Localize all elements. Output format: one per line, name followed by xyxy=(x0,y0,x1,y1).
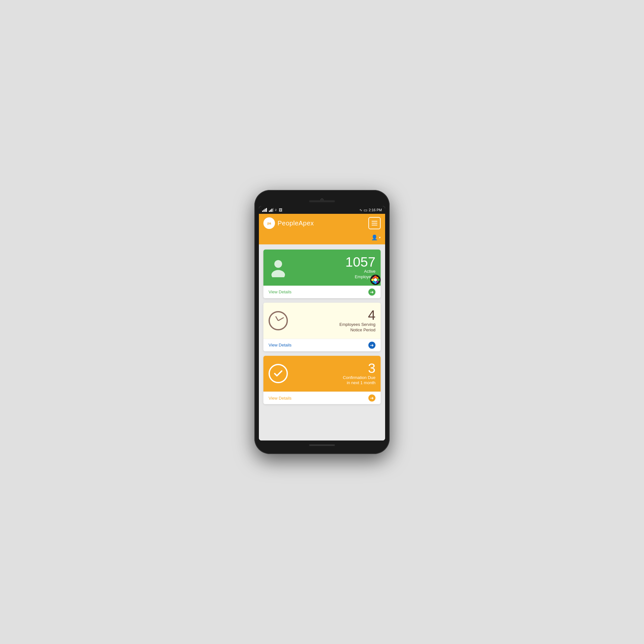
user-dropdown[interactable]: 👤 ▾ xyxy=(371,234,381,241)
svg-point-9 xyxy=(373,281,374,283)
clock-icon-container xyxy=(269,311,288,330)
clock-icon xyxy=(269,311,288,330)
battery-icon: ▭ xyxy=(364,208,367,213)
confirmation-due-view-details[interactable]: View Details xyxy=(269,396,291,401)
svg-point-10 xyxy=(373,277,374,279)
check-circle-icon xyxy=(269,364,288,383)
notice-period-count: 4 xyxy=(339,308,375,322)
confirmation-due-footer: View Details ➜ xyxy=(263,392,381,404)
signal-bars-1 xyxy=(262,208,267,212)
svg-point-6 xyxy=(371,279,374,281)
svg-point-7 xyxy=(376,277,378,279)
phone-bottom xyxy=(259,440,385,450)
clock-minute-hand xyxy=(278,317,284,321)
content-area: 1057 ActiveEmployees View Details ➜ xyxy=(259,244,385,440)
logo-text: pa xyxy=(267,222,271,225)
color-star-decoration xyxy=(370,274,381,286)
phone-screen: 2 🖼 ∿ ▭ 2:16 PM pa PeopleApex xyxy=(259,206,385,440)
confirmation-due-arrow[interactable]: ➜ xyxy=(368,394,375,402)
notice-period-arrow[interactable]: ➜ xyxy=(368,342,375,349)
notice-period-view-details[interactable]: View Details xyxy=(269,343,291,347)
svg-point-8 xyxy=(376,281,378,283)
status-right: ∿ ▭ 2:16 PM xyxy=(359,208,382,213)
svg-point-0 xyxy=(274,260,282,268)
bottom-indicator xyxy=(309,444,335,446)
app-logo: pa xyxy=(263,217,275,229)
svg-point-11 xyxy=(374,278,377,281)
notice-period-numbers: 4 Employees ServingNotice Period xyxy=(339,308,375,333)
active-employees-card-top: 1057 ActiveEmployees xyxy=(263,250,381,286)
notice-period-card[interactable]: 4 Employees ServingNotice Period View De… xyxy=(263,303,381,351)
active-employees-count: 1057 xyxy=(346,255,375,269)
confirmation-due-card-top: 3 Confirmation Duein next 1 month xyxy=(263,356,381,392)
status-left: 2 🖼 xyxy=(262,208,282,212)
active-employees-view-details[interactable]: View Details xyxy=(269,289,291,294)
svg-point-1 xyxy=(271,270,285,277)
photo-icon: 🖼 xyxy=(279,208,282,212)
active-employees-footer-wrap: View Details ➜ xyxy=(263,286,381,298)
status-bar: 2 🖼 ∿ ▭ 2:16 PM xyxy=(259,206,385,214)
check-icon-container xyxy=(269,364,288,383)
phone-frame: 2 🖼 ∿ ▭ 2:16 PM pa PeopleApex xyxy=(254,190,390,454)
person-icon xyxy=(269,258,288,277)
logo-area: pa PeopleApex xyxy=(263,217,314,229)
wifi-icon: ∿ xyxy=(359,208,362,212)
app-header: pa PeopleApex xyxy=(259,214,385,232)
active-employees-arrow[interactable]: ➜ xyxy=(368,289,375,296)
hamburger-line-3 xyxy=(372,225,377,225)
app-title: PeopleApex xyxy=(278,220,314,227)
dropdown-arrow: ▾ xyxy=(379,236,381,239)
user-icon: 👤 xyxy=(371,234,378,241)
active-employees-card[interactable]: 1057 ActiveEmployees View Details ➜ xyxy=(263,250,381,298)
phone-top-notch xyxy=(259,196,385,205)
confirmation-due-numbers: 3 Confirmation Duein next 1 month xyxy=(343,362,375,386)
speaker xyxy=(309,200,335,202)
notice-period-card-top: 4 Employees ServingNotice Period xyxy=(263,303,381,339)
svg-point-3 xyxy=(374,276,377,278)
active-employees-footer: View Details ➜ xyxy=(263,286,381,298)
hamburger-line-1 xyxy=(372,221,377,222)
notice-period-footer: View Details ➜ xyxy=(263,339,381,351)
signal-bars-2 xyxy=(269,208,274,212)
sim-label: 2 xyxy=(275,208,277,212)
time-display: 2:16 PM xyxy=(369,208,382,212)
confirmation-due-label: Confirmation Duein next 1 month xyxy=(343,375,375,386)
sub-header: 👤 ▾ xyxy=(259,232,385,244)
svg-point-5 xyxy=(374,281,377,284)
confirmation-due-count: 3 xyxy=(343,362,375,375)
confirmation-due-card[interactable]: 3 Confirmation Duein next 1 month View D… xyxy=(263,356,381,404)
checkmark-svg xyxy=(273,368,283,379)
hamburger-line-2 xyxy=(372,223,377,223)
notice-period-label: Employees ServingNotice Period xyxy=(339,322,375,333)
menu-button[interactable] xyxy=(368,217,381,229)
svg-point-4 xyxy=(377,279,380,281)
